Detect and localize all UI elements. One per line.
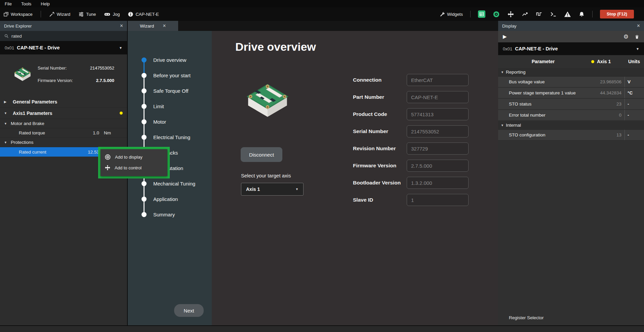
wizard-step-electrical-tuning[interactable]: Electrical Tuning — [140, 129, 210, 145]
bell-icon[interactable] — [578, 11, 585, 17]
chevron-down-icon[interactable]: ▼ — [636, 47, 639, 51]
tree-subgroup-motor-and-brake[interactable]: ▼ Motor and Brake — [0, 119, 127, 128]
form-row-part-number: Part Number CAP-NET-E — [353, 91, 469, 103]
tree-group-label: Axis1 Parameters — [13, 111, 52, 116]
terminal-icon[interactable] — [550, 11, 557, 17]
drive-product-image — [241, 79, 294, 123]
device-info-button[interactable]: CAP-NET-E — [128, 11, 159, 17]
scope-chart-icon[interactable] — [522, 11, 528, 17]
step-label: Safe Torque Off — [153, 88, 189, 94]
warning-icon[interactable] — [564, 11, 571, 18]
device-header[interactable]: 0x01 CAP-NET-E - Drive ▼ — [0, 41, 127, 54]
jog-button[interactable]: Jog — [104, 11, 120, 17]
parameter-search — [0, 31, 127, 41]
parameter-label: Power stage temperature 1 value — [498, 90, 584, 95]
tree-group-axis1-parameters[interactable]: ▼ Axis1 Parameters — [0, 108, 127, 119]
device-name: CAP-NET-E - Drive — [515, 46, 558, 51]
form-row-product-code: Product Code 57741313 — [353, 108, 469, 120]
firmware-version-label: Firmware Version: — [38, 78, 73, 83]
chevron-right-icon[interactable]: ▶ — [4, 100, 8, 103]
workspace-label: Workspace — [11, 12, 33, 17]
display-widget-icon[interactable] — [478, 10, 485, 18]
chevron-down-icon[interactable]: ▼ — [4, 112, 8, 115]
square-wave-icon[interactable] — [536, 11, 542, 17]
search-input[interactable] — [11, 34, 106, 39]
stop-button[interactable]: Stop (F12) — [600, 10, 634, 18]
watch-eye-icon[interactable] — [493, 11, 500, 18]
chevron-down-icon[interactable]: ▼ — [119, 46, 122, 50]
display-device-header[interactable]: 0x01 CAP-NET-E - Drive ▼ — [498, 42, 644, 55]
widgets-label: Widgets — [447, 12, 463, 17]
display-row-power-stage-temperature[interactable]: Power stage temperature 1 value 44.34283… — [498, 88, 644, 99]
wizard-step-safe-torque-off[interactable]: Safe Torque Off — [140, 83, 210, 98]
axis-select-value: Axis 1 — [246, 186, 260, 192]
gamepad-icon — [104, 11, 111, 17]
display-group-internal[interactable]: ▼ Internal — [498, 121, 644, 130]
tune-label: Tune — [86, 12, 96, 17]
parameter-units: - — [625, 130, 644, 140]
wizard-step-drive-overview[interactable]: Drive overview — [140, 52, 210, 68]
menu-tools[interactable]: Tools — [21, 1, 31, 6]
menu-item-add-to-display[interactable]: Add to display — [100, 152, 167, 162]
axis-select-label: Select your target axis — [241, 173, 291, 178]
wizard-step-motor[interactable]: Motor — [140, 114, 210, 129]
menu-help[interactable]: Help — [41, 1, 50, 6]
display-group-reporting[interactable]: ▼ Reporting — [498, 68, 644, 77]
chevron-down-icon[interactable]: ▼ — [501, 124, 504, 127]
workspace-icon — [3, 11, 9, 17]
chevron-down-icon[interactable]: ▼ — [501, 71, 504, 74]
display-row-bus-voltage[interactable]: Bus voltage value 23.968506 V — [498, 77, 644, 88]
menu-item-add-to-control[interactable]: Add to control — [100, 162, 167, 173]
drive-explorer-title: Drive Explorer — [4, 24, 32, 29]
step-dot — [140, 135, 148, 140]
disconnect-button[interactable]: Disconnect — [241, 147, 282, 162]
form-row-connection: Connection EtherCAT — [353, 74, 469, 86]
field-label: Connection — [353, 77, 407, 83]
display-row-error-total-number[interactable]: Error total number 0 - — [498, 110, 644, 121]
gear-icon[interactable]: ⚙ — [623, 33, 629, 40]
field-label: Part Number — [353, 94, 407, 100]
close-icon[interactable]: × — [163, 23, 166, 29]
next-button[interactable]: Next — [174, 304, 204, 317]
chevron-down-icon[interactable]: ▼ — [4, 141, 8, 144]
register-selector-link[interactable]: Register Selector — [509, 315, 544, 320]
step-dot — [140, 57, 148, 63]
form-row-slave-id: Slave ID 1 — [353, 194, 469, 206]
wizard-step-before-your-start[interactable]: Before your start — [140, 68, 210, 83]
slave-id-field: 1 — [407, 194, 469, 206]
play-icon[interactable]: ▶ — [503, 34, 507, 40]
step-dot — [140, 104, 148, 109]
field-label: Revision Number — [353, 146, 407, 152]
tree-group-general-parameters[interactable]: ▶ General Parameters — [0, 96, 127, 108]
close-icon[interactable]: × — [120, 23, 123, 29]
display-row-sto-status[interactable]: STO status 23 - — [498, 99, 644, 110]
display-row-sto-configuration[interactable]: STO configuration 13 - — [498, 130, 644, 141]
workspace-button[interactable]: Workspace — [3, 11, 33, 17]
axis-select-dropdown[interactable]: Axis 1 ▼ — [241, 183, 304, 196]
trash-icon[interactable] — [635, 34, 639, 39]
widgets-button[interactable]: Widgets — [440, 12, 463, 17]
form-row-bootloader-version: Bootloader Version 1.3.2.000 — [353, 177, 469, 189]
product-code-field: 57741313 — [407, 108, 469, 120]
move-widget-icon[interactable] — [507, 11, 514, 18]
tree-subgroup-protections[interactable]: ▼ Protections — [0, 138, 127, 147]
tree-item-rated-torque[interactable]: Rated torque 1.0 Nm — [0, 128, 127, 138]
column-axis1: Axis 1 — [597, 59, 622, 64]
step-dot — [140, 181, 148, 186]
chevron-down-icon[interactable]: ▼ — [4, 122, 8, 125]
wizard-button[interactable]: Wizard — [49, 11, 70, 17]
step-dot — [140, 119, 148, 124]
wizard-step-limit[interactable]: Limit — [140, 98, 210, 114]
close-icon[interactable]: × — [637, 23, 640, 29]
parameter-label: Error total number — [498, 113, 584, 118]
column-units: Units — [622, 59, 644, 64]
menu-file[interactable]: File — [5, 1, 12, 6]
menu-bar: File Tools Help — [0, 0, 644, 7]
main-toolbar: Workspace Wizard Tune Jog — [0, 7, 644, 21]
tune-button[interactable]: Tune — [78, 11, 96, 17]
wizard-step-summary[interactable]: Summary — [140, 207, 210, 222]
step-label: Summary — [153, 212, 175, 217]
wizard-step-application[interactable]: Application — [140, 191, 210, 207]
tab-wizard[interactable]: Wizard × — [128, 21, 178, 31]
context-menu-highlight: Add to display Add to control — [98, 147, 170, 178]
